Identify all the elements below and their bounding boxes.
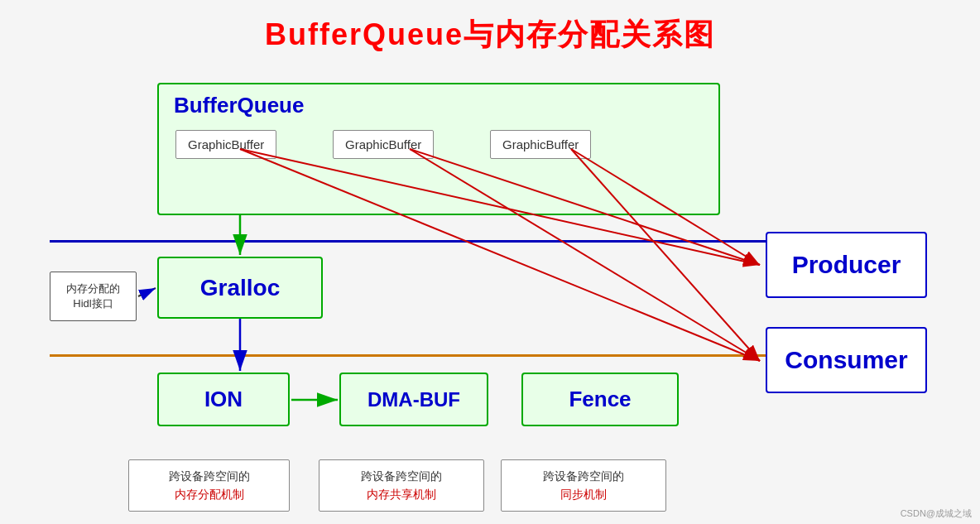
diagram-area: BufferQueue GraphicBuffer GraphicBuffer … xyxy=(50,66,927,505)
ion-label: ION xyxy=(204,387,243,412)
graphic-buffer-2: GraphicBuffer xyxy=(333,130,434,159)
separator-line-blue xyxy=(50,240,778,243)
svg-line-7 xyxy=(138,288,156,296)
desc-ion-box: 跨设备跨空间的 内存分配机制 xyxy=(128,459,290,512)
fence-box: Fence xyxy=(521,373,679,426)
graphic-buffer-1: GraphicBuffer xyxy=(175,130,276,159)
ion-box: ION xyxy=(157,373,290,426)
consumer-box: Consumer xyxy=(766,327,927,393)
bufferqueue-box: BufferQueue GraphicBuffer GraphicBuffer … xyxy=(157,83,720,215)
hidl-box: 内存分配的Hidl接口 xyxy=(50,272,137,321)
producer-box: Producer xyxy=(766,232,927,298)
bufferqueue-label: BufferQueue xyxy=(174,93,304,118)
gralloc-label: Gralloc xyxy=(200,275,280,301)
dmabuf-label: DMA-BUF xyxy=(368,388,460,411)
watermark: CSDN@成城之域 xyxy=(901,507,972,520)
fence-label: Fence xyxy=(569,387,631,412)
page-title: BufferQueue与内存分配关系图 xyxy=(0,0,980,64)
hidl-label: 内存分配的Hidl接口 xyxy=(66,281,120,311)
page-container: BufferQueue与内存分配关系图 BufferQueue GraphicB… xyxy=(0,0,980,524)
desc-dma-box: 跨设备跨空间的 内存共享机制 xyxy=(319,459,484,512)
graphic-buffer-3: GraphicBuffer xyxy=(490,130,591,159)
desc-fence-box: 跨设备跨空间的 同步机制 xyxy=(501,459,666,512)
consumer-label: Consumer xyxy=(785,346,907,374)
separator-line-orange xyxy=(50,354,778,357)
dmabuf-box: DMA-BUF xyxy=(339,373,488,426)
producer-label: Producer xyxy=(792,251,901,279)
gralloc-box: Gralloc xyxy=(157,257,323,319)
